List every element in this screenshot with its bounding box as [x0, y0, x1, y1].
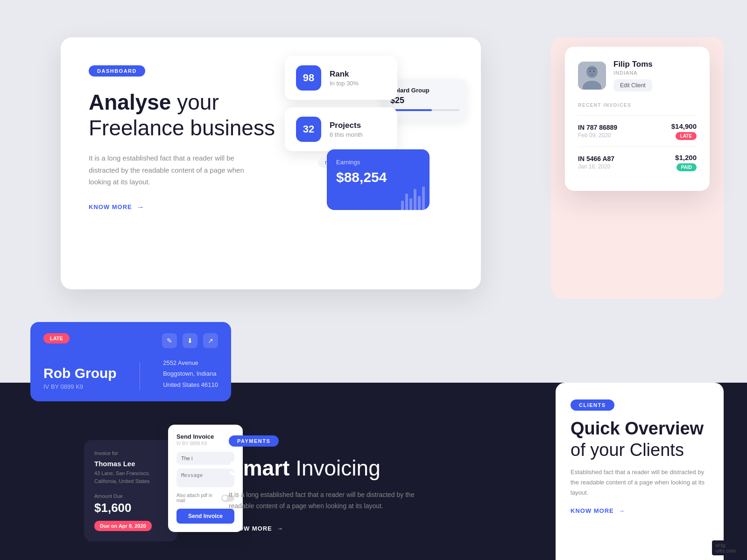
svg-point-3: [589, 70, 591, 72]
invoice-address: 2552 Avenue Boggstown, Indiana United St…: [163, 357, 218, 390]
invoice-id-1: IN 787 86889: [578, 124, 617, 131]
invoice-row-2: IN 5466 A87 Jan 16, 2020 $1,200 PAID: [578, 147, 697, 178]
invoice-right-2: $1,200 PAID: [675, 154, 697, 171]
recent-invoices-title: RECENT INVOICES: [578, 103, 697, 108]
payments-heading-bold: Smart: [229, 456, 289, 480]
payments-heading-normal: Invoicing: [296, 456, 381, 480]
invoice-client-name: Thomas Lee: [94, 460, 167, 468]
clients-know-more[interactable]: KNOW MORE →: [571, 507, 709, 514]
main-description: It is a long established fact that a rea…: [89, 152, 247, 188]
bar-4: [414, 189, 416, 210]
invoice-date-2: Jan 16, 2020: [578, 163, 614, 170]
invoice-amount: $1,600: [94, 501, 167, 515]
projects-label: Projects: [330, 121, 363, 130]
projects-card: 32 Projects 8 this month: [285, 107, 397, 151]
send-invoice-title: Send Invoice: [176, 433, 234, 440]
expand-action-button[interactable]: ↗: [203, 333, 218, 348]
invoice-actions: ✎ ⬇ ↗: [162, 333, 218, 348]
invoice-left-1: IN 787 86889 Feb 09, 2020: [578, 124, 617, 139]
rank-label: Rank: [330, 70, 359, 79]
avatar-image: [578, 62, 606, 90]
bar-3: [409, 198, 412, 210]
attach-pdf-label: Also attach pdf in mail: [176, 493, 221, 503]
edit-action-button[interactable]: ✎: [162, 333, 177, 348]
invoice-blue-id: IV BY 0899 K9: [43, 383, 117, 390]
watermark: ui:tguiits.com: [712, 540, 740, 555]
svg-point-4: [593, 70, 595, 72]
invoice-blue-top: LATE ✎ ⬇ ↗: [43, 333, 218, 348]
invoice-divider: [140, 362, 140, 390]
clients-heading-bold: Quick Overview: [571, 419, 704, 438]
arrow-icon: →: [137, 203, 145, 211]
bar-6: [422, 187, 425, 210]
invoice-row-1: IN 787 86889 Feb 09, 2020 $14,900 LATE: [578, 115, 697, 147]
invoice-blue-bottom: Rob Group IV BY 0899 K9 2552 Avenue Bogg…: [43, 357, 218, 390]
earnings-label: Earnings: [336, 159, 420, 166]
invoice-client-address: 43 Lane, San Francisco,California, Unite…: [94, 469, 167, 486]
projects-info: Projects 8 this month: [330, 121, 363, 138]
rank-info: Rank In top 30%: [330, 70, 359, 87]
client-card-inner: Filip Toms INDIANA Edit Client RECENT IN…: [565, 47, 710, 191]
invoice-amount-2: $1,200: [675, 154, 697, 161]
invoice-for-label: Invoice for: [94, 450, 167, 456]
toggle-knob: [222, 496, 227, 501]
payments-description: It is a long established fact that a rea…: [229, 490, 425, 512]
invoice-detail-card: Invoice for Thomas Lee 43 Lane, San Fran…: [84, 440, 177, 541]
avatar-svg: [578, 62, 606, 90]
edit-client-button[interactable]: Edit Client: [613, 79, 652, 91]
clients-description: Established fact that a reader will be d…: [571, 467, 709, 498]
client-name: Filip Toms: [613, 60, 653, 69]
svg-rect-5: [588, 68, 596, 70]
earnings-bars: [401, 187, 425, 210]
projects-icon: 32: [296, 117, 321, 142]
invoice-left-2: IN 5466 A87 Jan 16, 2020: [578, 155, 614, 170]
paid-badge-2: PAID: [677, 163, 697, 171]
clients-heading: Quick Overview of your Clients: [571, 418, 709, 461]
client-avatar: [578, 62, 606, 90]
clients-badge: CLIENTS: [571, 399, 614, 411]
invoice-amount-1: $14,900: [671, 122, 697, 130]
client-profile: Filip Toms INDIANA Edit Client: [578, 60, 697, 91]
invoice-name-block: Rob Group IV BY 0899 K9: [43, 365, 117, 390]
invoice-date-1: Feb 09, 2020: [578, 132, 617, 139]
dashboard-badge: DASHBOARD: [89, 65, 145, 77]
bolard-name: Bolard Group: [390, 87, 459, 94]
bolard-amount: $25: [390, 96, 459, 105]
payments-badge: PAYMENTS: [229, 435, 279, 447]
payments-heading: Smart Invoicing: [229, 456, 425, 481]
payments-know-more[interactable]: KNOW MORE →: [229, 525, 425, 532]
client-location: INDIANA: [613, 70, 653, 76]
bar-1: [401, 201, 404, 210]
rank-sub: In top 30%: [330, 80, 359, 87]
send-invoice-button[interactable]: Send Invoice: [176, 509, 234, 524]
invoice-right-1: $14,900 LATE: [671, 122, 697, 140]
download-action-button[interactable]: ⬇: [183, 333, 197, 348]
clients-arrow-icon: →: [619, 507, 625, 514]
projects-sub: 8 this month: [330, 131, 363, 138]
earnings-amount: $88,254: [336, 169, 420, 185]
late-badge-1: LATE: [676, 132, 697, 140]
payments-arrow-icon: →: [277, 525, 283, 532]
amount-due-label: Amount Due: [94, 493, 167, 499]
clients-heading-normal: of your Clients: [571, 440, 684, 460]
attach-pdf-row: Also attach pdf in mail: [176, 493, 234, 503]
send-invoice-message-input[interactable]: [176, 469, 234, 487]
earnings-card: Earnings $88,254: [327, 149, 430, 210]
bolard-progress-bar: [390, 109, 459, 111]
rob-group-invoice-card: LATE ✎ ⬇ ↗ Rob Group IV BY 0899 K9 2552 …: [30, 322, 231, 401]
invoice-id-2: IN 5466 A87: [578, 155, 614, 162]
due-date-badge: Due on Apr 8, 2020: [94, 521, 152, 531]
send-invoice-id: IV BY 0899 K9: [176, 441, 234, 446]
client-info: Filip Toms INDIANA Edit Client: [613, 60, 653, 91]
payments-content: PAYMENTS Smart Invoicing It is a long es…: [229, 435, 425, 532]
bar-5: [418, 196, 421, 210]
send-invoice-to-input[interactable]: [176, 452, 234, 465]
rank-card: 98 Rank In top 30%: [285, 56, 397, 100]
clients-white-bg: CLIENTS Quick Overview of your Clients E…: [556, 383, 724, 560]
invoice-company-name: Rob Group: [43, 365, 117, 381]
rank-icon: 98: [296, 65, 321, 91]
svg-point-1: [586, 66, 598, 78]
bar-2: [405, 194, 408, 210]
late-badge-blue: LATE: [43, 333, 70, 343]
client-card: Filip Toms INDIANA Edit Client RECENT IN…: [565, 47, 710, 191]
